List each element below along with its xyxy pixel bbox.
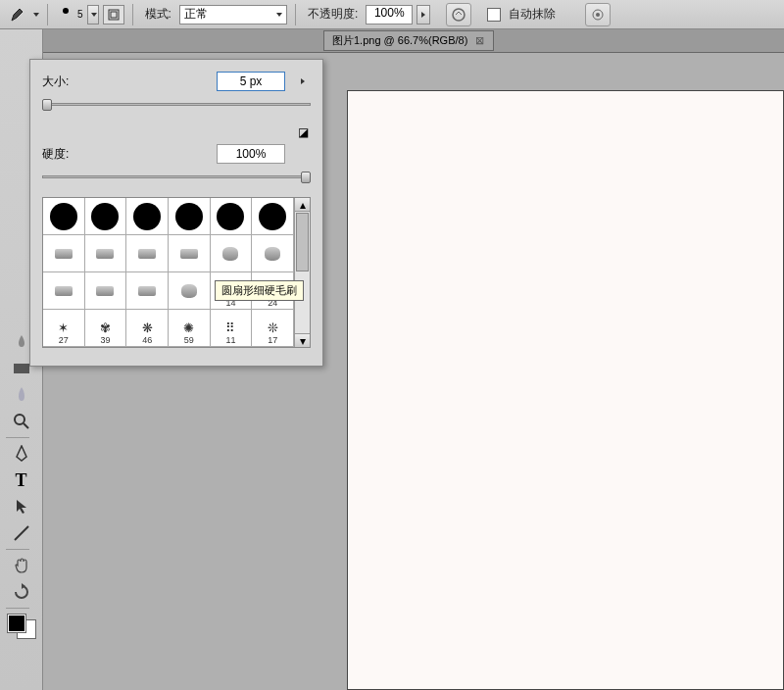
svg-point-5 — [596, 13, 600, 17]
tablet-pressure-opacity-icon[interactable] — [446, 3, 471, 26]
tool-picker-arrow[interactable] — [33, 13, 39, 17]
brush-preset[interactable] — [169, 198, 211, 235]
close-icon[interactable]: ⊠ — [473, 35, 485, 47]
svg-point-0 — [63, 8, 69, 14]
document-tab[interactable]: 图片1.png @ 66.7%(RGB/8) ⊠ — [323, 30, 494, 51]
blur-tool-icon[interactable] — [10, 383, 33, 407]
brush-preset[interactable] — [169, 235, 211, 272]
svg-line-8 — [24, 423, 28, 428]
brush-preset[interactable]: ❊17 — [252, 310, 294, 347]
options-toolbar: 5 模式: 正常 不透明度: 100% 自动抹除 — [0, 0, 784, 29]
hardness-slider[interactable] — [42, 168, 311, 187]
brush-preset[interactable]: ❋46 — [126, 310, 169, 347]
brush-preview-icon[interactable] — [56, 5, 75, 25]
zoom-tool-icon[interactable] — [10, 410, 33, 433]
pen-tool-icon[interactable] — [10, 442, 33, 466]
separator — [6, 549, 29, 550]
blend-mode-select[interactable]: 正常 — [179, 5, 287, 25]
rotate-view-tool-icon[interactable] — [10, 580, 33, 604]
document-tab-title: 图片1.png @ 66.7%(RGB/8) — [332, 33, 467, 48]
size-label: 大小: — [42, 74, 69, 90]
foreground-color[interactable] — [8, 615, 25, 632]
brush-preset[interactable]: ✺59 — [169, 310, 211, 347]
brush-preset[interactable]: ✶27 — [43, 310, 85, 347]
flyout-menu-icon[interactable] — [295, 74, 311, 89]
brush-preset[interactable] — [85, 198, 127, 235]
svg-point-3 — [453, 9, 465, 21]
brush-preset-dropdown[interactable] — [87, 5, 99, 25]
brush-preset[interactable] — [43, 198, 85, 235]
brush-size-input[interactable] — [217, 72, 285, 91]
brush-preset[interactable] — [211, 235, 253, 272]
brush-preset[interactable] — [126, 235, 169, 272]
brush-preset[interactable] — [169, 272, 211, 310]
svg-rect-6 — [14, 364, 29, 373]
opacity-dropdown[interactable] — [416, 5, 430, 25]
brush-preset[interactable] — [43, 235, 85, 272]
type-tool-icon[interactable]: T — [10, 468, 33, 492]
brush-preset[interactable] — [85, 272, 127, 310]
svg-line-9 — [15, 526, 28, 540]
document-tab-bar: 图片1.png @ 66.7%(RGB/8) ⊠ — [43, 29, 784, 53]
separator — [6, 608, 29, 609]
brush-preset[interactable] — [211, 198, 253, 235]
brush-size-badge: 5 — [77, 9, 83, 20]
brush-tooltip: 圆扇形细硬毛刷 — [215, 280, 304, 301]
divider — [132, 4, 133, 25]
brush-panel-toggle-icon[interactable] — [103, 5, 124, 25]
hardness-label: 硬度: — [42, 146, 69, 163]
color-swatch[interactable] — [8, 615, 35, 638]
chevron-down-icon — [276, 13, 282, 17]
brush-preset[interactable] — [43, 272, 85, 310]
document-canvas[interactable] — [347, 90, 784, 690]
scroll-thumb[interactable] — [296, 213, 309, 271]
hand-tool-icon[interactable] — [10, 554, 33, 577]
svg-point-7 — [15, 415, 24, 424]
hardness-input[interactable] — [217, 144, 285, 164]
pencil-tool-icon[interactable] — [8, 5, 27, 25]
size-slider[interactable] — [42, 95, 311, 115]
scroll-down-icon[interactable]: ▾ — [295, 333, 310, 347]
mode-label: 模式: — [145, 6, 172, 23]
opacity-input[interactable]: 100% — [366, 5, 413, 25]
brush-preset[interactable] — [252, 198, 294, 235]
brush-preset[interactable] — [252, 235, 294, 272]
divider — [47, 4, 48, 25]
separator — [6, 437, 29, 438]
line-tool-icon[interactable] — [10, 521, 33, 545]
divider — [295, 4, 296, 25]
preset-scrollbar[interactable]: ▴ ▾ — [294, 198, 310, 347]
tablet-pressure-size-icon[interactable] — [585, 3, 611, 26]
auto-erase-label: 自动抹除 — [509, 6, 556, 23]
brush-preset[interactable] — [85, 235, 127, 272]
path-selection-tool-icon[interactable] — [10, 495, 33, 518]
brush-preset[interactable]: ✾39 — [85, 310, 127, 347]
scroll-up-icon[interactable]: ▴ — [295, 198, 310, 212]
svg-rect-2 — [111, 12, 117, 18]
brush-preset-panel: 大小: ◪ 硬度: — [29, 59, 323, 367]
brush-preset-grid: ⁂14 ⁂24 ✶27 ✾39 ❋46 ✺59 ⠿11 ❊17 ▴ ▾ — [42, 197, 311, 348]
opacity-label: 不透明度: — [308, 6, 358, 23]
brush-preset[interactable]: ⠿11 — [211, 310, 253, 347]
auto-erase-checkbox[interactable] — [487, 8, 501, 22]
brush-preset[interactable] — [126, 198, 169, 235]
brush-preset[interactable] — [126, 272, 169, 310]
new-preset-icon[interactable]: ◪ — [295, 124, 311, 140]
blend-mode-value: 正常 — [184, 6, 208, 23]
